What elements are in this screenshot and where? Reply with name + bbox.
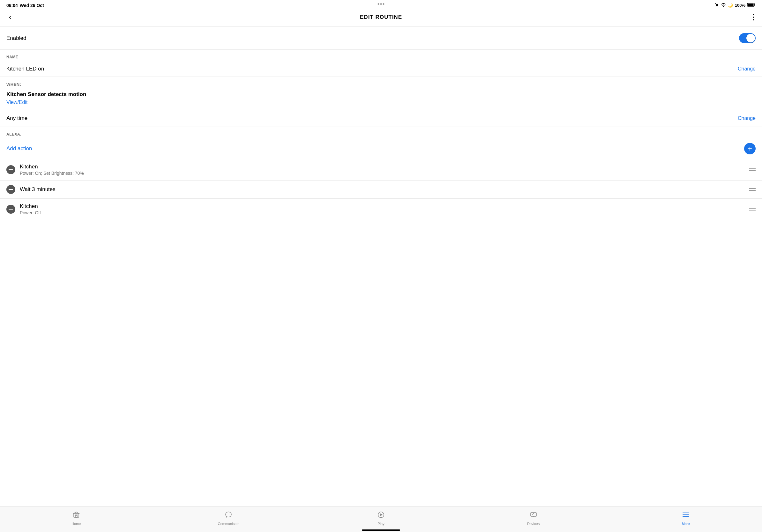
- when-trigger: Kitchen Sensor detects motion: [6, 91, 756, 98]
- battery-label: 100%: [735, 3, 745, 8]
- drag-handle-2[interactable]: [749, 188, 756, 191]
- action-item-2: Wait 3 minutes: [0, 180, 762, 199]
- moon-icon: 🌙: [728, 3, 733, 8]
- action-2-title: Wait 3 minutes: [20, 186, 745, 193]
- content-area: Enabled NAME Kitchen LED on Change WHEN:…: [0, 27, 762, 532]
- add-action-row[interactable]: Add action +: [0, 138, 762, 159]
- header: ‹ EDIT ROUTINE: [0, 9, 762, 27]
- home-indicator: [362, 529, 400, 531]
- devices-nav-label: Devices: [527, 522, 540, 526]
- anytime-row: Any time Change: [0, 110, 762, 127]
- wifi-icon: [721, 3, 726, 8]
- action-3-title: Kitchen: [20, 203, 745, 210]
- name-section-label: NAME: [0, 50, 762, 61]
- action-3-text: Kitchen Power: Off: [20, 203, 745, 215]
- nav-item-devices[interactable]: Devices: [457, 507, 610, 527]
- svg-rect-5: [75, 513, 78, 515]
- status-three-dots: [378, 3, 385, 5]
- name-row: Kitchen LED on Change: [0, 61, 762, 77]
- communicate-nav-label: Communicate: [218, 522, 239, 526]
- nav-item-home[interactable]: Home: [0, 507, 153, 527]
- action-1-title: Kitchen: [20, 164, 745, 170]
- action-1-subtitle: Power: On; Set Brightness: 70%: [20, 170, 745, 176]
- status-right: 🌙 100%: [715, 3, 756, 8]
- action-item-1: Kitchen Power: On; Set Brightness: 70%: [0, 159, 762, 180]
- battery-icon: [747, 3, 756, 8]
- name-change-button[interactable]: Change: [738, 66, 756, 72]
- bottom-nav: Home Communicate Play Devices: [0, 506, 762, 532]
- time-change-button[interactable]: Change: [738, 115, 756, 121]
- action-item-3: Kitchen Power: Off: [0, 199, 762, 220]
- when-content: Kitchen Sensor detects motion View/Edit: [0, 88, 762, 110]
- more-nav-label: More: [682, 522, 690, 526]
- drag-handle-1[interactable]: [749, 168, 756, 171]
- alexa-section-label: ALEXA,: [0, 127, 762, 138]
- action-3-subtitle: Power: Off: [20, 210, 745, 215]
- view-edit-button[interactable]: View/Edit: [6, 100, 28, 105]
- more-icon: [682, 511, 690, 520]
- remove-action-1-button[interactable]: [6, 165, 15, 174]
- action-1-text: Kitchen Power: On; Set Brightness: 70%: [20, 164, 745, 176]
- toggle-knob: [746, 34, 755, 42]
- anytime-value: Any time: [6, 115, 28, 121]
- nav-item-communicate[interactable]: Communicate: [153, 507, 305, 527]
- enabled-toggle[interactable]: [739, 33, 756, 43]
- nav-item-more[interactable]: More: [609, 507, 762, 527]
- add-action-label: Add action: [6, 146, 32, 152]
- page-title: EDIT ROUTINE: [360, 14, 402, 21]
- back-button[interactable]: ‹: [6, 12, 14, 23]
- status-left: 06:04 Wed 26 Oct: [6, 3, 44, 8]
- enabled-label: Enabled: [6, 35, 26, 41]
- remove-action-2-button[interactable]: [6, 185, 15, 194]
- date: Wed 26 Oct: [20, 3, 44, 8]
- add-action-button[interactable]: +: [744, 143, 756, 154]
- home-icon: [72, 511, 80, 520]
- devices-icon: [530, 511, 537, 520]
- svg-marker-7: [380, 513, 383, 516]
- communicate-icon: [225, 511, 232, 520]
- remove-action-3-button[interactable]: [6, 205, 15, 214]
- location-icon: [715, 3, 719, 8]
- play-icon: [377, 511, 385, 520]
- enabled-row: Enabled: [0, 27, 762, 50]
- status-bar: 06:04 Wed 26 Oct 🌙 100%: [0, 0, 762, 9]
- when-section-label: WHEN:: [0, 77, 762, 88]
- home-nav-label: Home: [71, 522, 81, 526]
- svg-rect-4: [75, 515, 77, 517]
- svg-rect-1: [755, 4, 756, 5]
- routine-name-value: Kitchen LED on: [6, 66, 44, 72]
- time: 06:04: [6, 3, 18, 8]
- drag-handle-3[interactable]: [749, 208, 756, 211]
- svg-rect-8: [531, 512, 536, 516]
- more-options-button[interactable]: [752, 13, 756, 22]
- nav-item-play[interactable]: Play: [305, 507, 457, 527]
- play-nav-label: Play: [377, 522, 384, 526]
- action-2-text: Wait 3 minutes: [20, 186, 745, 193]
- svg-rect-2: [748, 4, 754, 6]
